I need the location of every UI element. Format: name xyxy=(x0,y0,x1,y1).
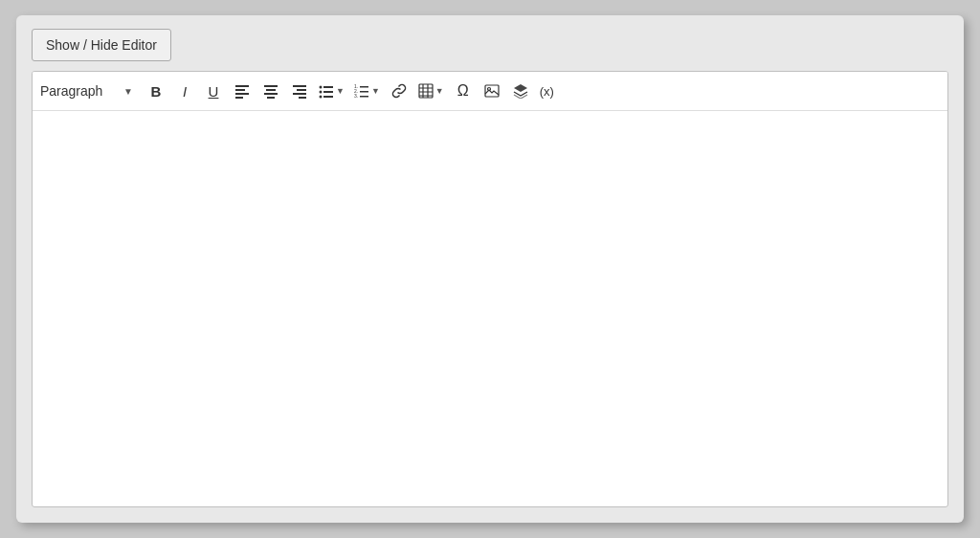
align-left-button[interactable] xyxy=(229,78,256,104)
page-wrapper: Show / Hide Editor Paragraph Heading 1 H… xyxy=(16,15,964,523)
svg-rect-0 xyxy=(235,85,249,87)
bold-button[interactable]: B xyxy=(143,78,169,104)
layers-icon xyxy=(513,83,528,99)
editor-container: Paragraph Heading 1 Heading 2 Heading 3 … xyxy=(32,71,948,507)
svg-rect-23 xyxy=(360,96,368,98)
svg-rect-6 xyxy=(264,93,278,95)
svg-rect-2 xyxy=(235,93,249,95)
align-right-icon xyxy=(292,83,307,99)
svg-rect-8 xyxy=(293,85,306,87)
svg-rect-7 xyxy=(267,97,275,99)
svg-point-12 xyxy=(320,86,323,89)
svg-rect-19 xyxy=(360,86,368,88)
unordered-list-button[interactable]: ▼ xyxy=(315,78,348,104)
variable-button[interactable]: (x) xyxy=(536,78,558,104)
svg-rect-13 xyxy=(323,86,333,88)
unordered-list-icon xyxy=(319,83,334,99)
toolbar: Paragraph Heading 1 Heading 2 Heading 3 … xyxy=(33,72,947,111)
image-button[interactable] xyxy=(479,78,505,104)
italic-button[interactable]: I xyxy=(171,78,198,104)
svg-rect-3 xyxy=(235,97,243,99)
table-arrow: ▼ xyxy=(435,86,444,96)
align-center-button[interactable] xyxy=(257,78,284,104)
svg-point-16 xyxy=(320,96,323,99)
link-button[interactable] xyxy=(386,78,412,104)
svg-rect-9 xyxy=(297,89,306,91)
underline-button[interactable]: U xyxy=(200,78,227,104)
unordered-list-arrow: ▼ xyxy=(336,86,345,96)
svg-rect-4 xyxy=(264,85,278,87)
svg-text:3.: 3. xyxy=(354,93,358,99)
svg-point-14 xyxy=(320,91,323,94)
svg-rect-15 xyxy=(323,91,333,93)
svg-rect-17 xyxy=(323,96,333,98)
image-icon xyxy=(484,83,500,99)
link-icon xyxy=(391,83,407,99)
align-left-icon xyxy=(234,83,250,99)
align-right-button[interactable] xyxy=(286,78,313,104)
paragraph-select[interactable]: Paragraph Heading 1 Heading 2 Heading 3 … xyxy=(40,83,135,99)
svg-rect-11 xyxy=(299,97,306,99)
layers-button[interactable] xyxy=(507,78,534,104)
ordered-list-icon: 1. 2. 3. xyxy=(354,83,369,99)
table-icon xyxy=(418,83,434,99)
svg-rect-10 xyxy=(293,93,306,95)
ordered-list-arrow: ▼ xyxy=(371,86,380,96)
align-center-icon xyxy=(263,83,278,99)
special-chars-button[interactable]: Ω xyxy=(450,78,477,104)
svg-rect-1 xyxy=(235,89,245,91)
paragraph-select-wrapper[interactable]: Paragraph Heading 1 Heading 2 Heading 3 … xyxy=(40,83,135,99)
show-hide-editor-button[interactable]: Show / Hide Editor xyxy=(32,29,171,61)
svg-rect-21 xyxy=(360,91,368,93)
ordered-list-button[interactable]: 1. 2. 3. ▼ xyxy=(350,78,384,104)
table-button[interactable]: ▼ xyxy=(414,78,448,104)
editor-body[interactable] xyxy=(33,111,947,506)
svg-rect-30 xyxy=(485,85,499,97)
svg-rect-5 xyxy=(266,89,276,91)
